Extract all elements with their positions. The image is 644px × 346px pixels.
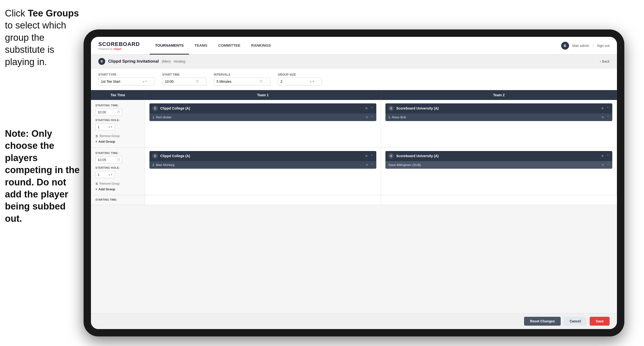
starting-time-label-2: STARTING TIME: [95,151,140,154]
team1-cell-1: C Clippd College (A) ✕ ⌃ 1. Rich Butler [145,100,381,147]
back-button[interactable]: ‹ Back [600,59,610,63]
tee-group-partial-team1 [145,195,381,205]
nav-links: TOURNAMENTS TEAMS COMMITTEE RANKINGS [150,37,561,54]
player-row-1-2-1: 1. Rees Britt ✕ ⌃ [386,113,612,121]
nav-rankings[interactable]: RANKINGS [246,37,276,54]
tablet-screen: SCOREBOARD Powered by clippd TOURNAMENTS… [91,37,617,329]
player-row-2-2-1: Dave Billingham (SUB) ✕ ⌃ [386,161,612,169]
team-card-chevron-2-1[interactable]: ⌃ [370,154,373,158]
team-card-header-2-1: C Clippd College (A) ✕ ⌃ [150,151,376,161]
team-card-1-2: S Scoreboard University (A) ✕ ⌃ 1. Rees … [386,103,612,121]
player-name-1-1-1: 1. Rich Butler [152,115,363,119]
nav-tournaments[interactable]: TOURNAMENTS [150,37,189,54]
team-card-header-1-1: C Clippd College (A) ✕ ⌃ [150,103,376,113]
reset-changes-button[interactable]: Reset Changes [524,317,561,326]
logo-scoreboard: SCOREBOARD [98,41,140,47]
clock-icon: ⏱ [196,79,199,83]
hole-stepper-2[interactable]: ▲▼ [108,173,113,176]
time-clock-icon-2: ⏱ [117,158,120,162]
add-group-btn-1[interactable]: + Add Group [95,140,140,143]
settings-row: Start Type 1st Tee Start ▲▼ Start Time 1… [91,68,617,90]
team-card-chevron-2-2[interactable]: ⌃ [606,154,609,158]
player-chevron-1-2-1[interactable]: ⌃ [607,115,609,119]
start-type-input[interactable]: 1st Tee Start ▲▼ [98,78,155,85]
nav-teams[interactable]: TEAMS [189,37,213,54]
main-content: Start Type 1st Tee Start ▲▼ Start Time 1… [91,68,617,313]
hole-stepper-1[interactable]: ▲▼ [108,126,113,128]
hosting-badge: Hosting [174,59,185,63]
time-clock-icon-1: ⏱ [117,110,120,114]
save-button[interactable]: Save [590,317,610,326]
nav-committee[interactable]: COMMITTEE [213,37,246,54]
player-remove-2-2-1[interactable]: ✕ [602,163,604,167]
time-input-1[interactable]: 10:00 ⏱ [95,109,122,116]
pipe-divider: | [593,44,594,48]
remove-group-btn-2[interactable]: 🗑 Remove Group [95,182,140,185]
player-remove-1-1-1[interactable]: ✕ [366,115,368,119]
add-group-btn-2[interactable]: + Add Group [95,187,140,191]
tournament-title: Clippd Spring Invitational [108,59,159,64]
tee-groups-bold: Tee Groups [28,8,79,18]
team-card-icon-2-2: S [388,153,394,159]
team-card-icon-1-1: C [152,106,158,111]
tee-group-row-2: STARTING TIME: 10:05 ⏱ STARTING HOLE: 1 … [91,148,617,195]
team-card-remove-1-2[interactable]: ✕ [601,106,604,110]
sign-out-link[interactable]: Sign out [597,44,610,48]
tablet-device: SCOREBOARD Powered by clippd TOURNAMENTS… [84,29,624,337]
team-card-1-1: C Clippd College (A) ✕ ⌃ 1. Rich Butler [150,103,376,121]
team1-cell-2: C Clippd College (A) ✕ ⌃ 2. Blair McHarg [145,148,381,195]
hole-input-1[interactable]: 1 ▲▼ [95,123,115,130]
team-card-remove-2-2[interactable]: ✕ [601,154,604,158]
sub-header-left: B Clippd Spring Invitational (Men) Hosti… [98,58,185,65]
start-time-input[interactable]: 10:00 ⏱ [162,78,206,85]
team1-header: Team 1 [145,90,381,100]
time-input-2[interactable]: 10:05 ⏱ [95,156,122,163]
player-chevron-1-1-1[interactable]: ⌃ [371,115,373,119]
team-card-2-2: S Scoreboard University (A) ✕ ⌃ Dave Bil… [386,151,612,169]
team-card-actions-1-2: ✕ ⌃ [601,106,609,110]
tee-group-row-3-partial: STARTING TIME: [91,195,617,205]
start-time-field: Start Time 10:00 ⏱ [162,73,206,85]
note-bold: Note: Only choose the players competing … [5,128,80,224]
player-remove-1-2-1[interactable]: ✕ [602,115,604,119]
team-card-icon-2-1: C [152,153,158,159]
tee-group-partial-side: STARTING TIME: [91,195,145,205]
starting-hole-label-1: STARTING HOLE: [95,119,140,122]
player-row-2-1-1: 2. Blair McHarg ✕ ⌃ [150,161,376,169]
tee-time-header: Tee Time [91,90,145,100]
player-row-1-1-1: 1. Rich Butler ✕ ⌃ [150,113,376,121]
group-size-label: Group Size [278,73,322,76]
team-card-remove-2-1[interactable]: ✕ [365,154,368,158]
tee-group-partial-team2 [381,195,617,205]
player-name-2-1-1: 2. Blair McHarg [152,163,363,167]
team2-header: Team 2 [381,90,617,100]
group-size-stepper[interactable]: ▲▼ [310,80,314,83]
team-card-header-2-2: S Scoreboard University (A) ✕ ⌃ [386,151,612,161]
starting-time-label-1: STARTING TIME: [95,104,140,107]
start-type-stepper[interactable]: ▲▼ [142,80,147,83]
team-card-2-1: C Clippd College (A) ✕ ⌃ 2. Blair McHarg [150,151,376,169]
team-card-remove-1-1[interactable]: ✕ [365,106,368,110]
sub-header: B Clippd Spring Invitational (Men) Hosti… [91,54,617,68]
hole-input-2[interactable]: 1 ▲▼ [95,171,115,178]
player-chevron-2-1-1[interactable]: ⌃ [371,163,373,167]
intervals-label: Intervals [214,73,270,76]
team-card-actions-2-1: ✕ ⌃ [365,154,373,158]
team-card-chevron-1-1[interactable]: ⌃ [370,106,373,110]
table-header: Tee Time Team 1 Team 2 [91,90,617,100]
cancel-button[interactable]: Cancel [564,317,587,326]
team2-cell-1: S Scoreboard University (A) ✕ ⌃ 1. Rees … [381,100,617,147]
player-name-2-2-1: Dave Billingham (SUB) [388,163,599,167]
navbar: SCOREBOARD Powered by clippd TOURNAMENTS… [91,37,617,54]
player-chevron-2-2-1[interactable]: ⌃ [607,163,609,167]
start-type-field: Start Type 1st Tee Start ▲▼ [98,73,155,85]
player-remove-2-1-1[interactable]: ✕ [366,163,368,167]
remove-group-btn-1[interactable]: 🗑 Remove Group [95,134,140,138]
intervals-icon: ⏱ [259,79,263,83]
group-size-input[interactable]: 2 ▲▼ [278,78,322,85]
starting-hole-label-2: STARTING HOLE: [95,166,140,169]
intervals-input[interactable]: 5 Minutes ⏱ [214,78,270,85]
tee-group-row-1: STARTING TIME: 10:00 ⏱ STARTING HOLE: 1 … [91,100,617,148]
group-size-field: Group Size 2 ▲▼ [278,73,322,85]
team-card-chevron-1-2[interactable]: ⌃ [606,106,609,110]
